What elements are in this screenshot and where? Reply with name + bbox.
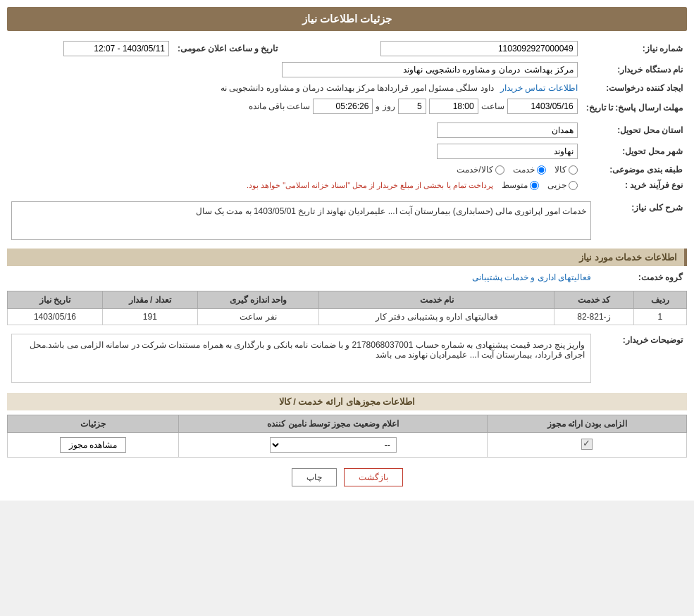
permits-status-cell: -- (179, 433, 488, 458)
back-button[interactable]: بازگشت (344, 468, 403, 486)
col-code: کد خدمت (554, 291, 634, 309)
buyer-org-value (7, 59, 582, 80)
radio-kala-khedmat-input[interactable] (495, 165, 504, 175)
response-deadline-row: ساعت روز و ساعت باقی مانده (7, 96, 582, 120)
row-quantity: 191 (102, 309, 197, 325)
creator-text: داود سلگی مسئول امور قراردادها مرکز بهدا… (221, 83, 494, 93)
row-date: 1403/05/16 (8, 309, 103, 325)
radio-kala-input[interactable] (569, 165, 578, 175)
purchase-type-label: نوع فرآیند خرید : (582, 177, 687, 193)
page-title: جزئیات اطلاعات نیاز (302, 13, 392, 25)
time-label: ساعت (481, 101, 504, 111)
radio-motavasset[interactable]: متوسط (502, 180, 539, 190)
permits-status-select[interactable]: -- (270, 437, 397, 453)
creator-link[interactable]: اطلاعات تماس خریدار (500, 83, 578, 93)
radio-kala-khedmat-label: کالا/خدمت (457, 165, 492, 175)
province-value (7, 120, 582, 141)
col-row: ردیف (633, 291, 686, 309)
purchase-type-note: پرداخت تمام یا بخشی از مبلغ خریدار از مح… (247, 181, 493, 190)
view-permit-button[interactable]: مشاهده مجوز (60, 437, 126, 453)
radio-jozii[interactable]: جزیی (547, 180, 578, 190)
classification-value: کالا خدمت کالا/خدمت (7, 162, 582, 177)
row-number: 1 (633, 309, 686, 325)
service-group-link[interactable]: فعالیتهای اداری و خدمات پشتیبانی (472, 272, 591, 282)
bottom-buttons: بازگشت چاپ (7, 468, 687, 486)
buyer-notes-table: توضیحات خریدار: واریز پنج درصد قیمت پیشن… (7, 331, 687, 386)
response-date-input[interactable] (507, 99, 578, 114)
radio-kala-khedmat[interactable]: کالا/خدمت (457, 165, 504, 175)
response-remaining-input[interactable] (313, 99, 373, 114)
permits-section-title: اطلاعات مجوزهای ارائه خدمت / کالا (7, 393, 687, 410)
radio-motavasset-label: متوسط (502, 180, 528, 190)
buyer-notes-label: توضیحات خریدار: (595, 331, 687, 386)
creator-value: اطلاعات تماس خریدار داود سلگی مسئول امور… (7, 80, 582, 96)
radio-khedmat-label: خدمت (513, 165, 535, 175)
permits-row: -- مشاهده مجوز (8, 433, 687, 458)
col-date: تاریخ نیاز (8, 291, 103, 309)
announce-date-value (7, 38, 173, 59)
service-group-label: گروه خدمت: (595, 270, 687, 285)
permits-col-details: جزئیات (8, 415, 179, 433)
permits-col-required: الزامی بودن ارائه مجوز (488, 415, 687, 433)
need-description-label: شرح کلی نیاز: (595, 199, 687, 243)
radio-khedmat-input[interactable] (537, 165, 546, 175)
remaining-label2: ساعت باقی مانده (249, 101, 311, 111)
table-row: 1 ز-821-82 فعالیتهای اداره و پشتیبانی دف… (8, 309, 687, 325)
announce-date-input[interactable] (63, 41, 169, 56)
buyer-org-input[interactable] (282, 62, 578, 77)
need-number-input[interactable] (380, 41, 578, 56)
required-checkbox (581, 439, 593, 450)
purchase-type-row: جزیی متوسط پرداخت تمام یا بخشی از مبلغ خ… (7, 177, 582, 193)
response-deadline-label: مهلت ارسال پاسخ: تا تاریخ: (582, 96, 687, 120)
services-section-title: اطلاعات خدمات مورد نیاز (7, 249, 687, 266)
permits-col-status: اعلام وضعیت مجوز توسط نامین کننده (179, 415, 488, 433)
radio-kala[interactable]: کالا (554, 165, 578, 175)
main-info-table: شماره نیاز: تاریخ و ساعت اعلان عمومی: نا… (7, 38, 687, 193)
page-wrapper: جزئیات اطلاعات نیاز شماره نیاز: تاریخ و … (0, 0, 694, 501)
radio-kala-label: کالا (554, 165, 566, 175)
city-input[interactable] (437, 144, 578, 159)
need-number-label: شماره نیاز: (582, 38, 687, 59)
days-label: روز و (376, 101, 395, 111)
permits-table: الزامی بودن ارائه مجوز اعلام وضعیت مجوز … (7, 415, 687, 458)
permits-details-cell: مشاهده مجوز (8, 433, 179, 458)
response-time-input[interactable] (429, 99, 478, 114)
province-input[interactable] (437, 122, 578, 138)
row-unit: نفر ساعت (197, 309, 319, 325)
page-header: جزئیات اطلاعات نیاز (7, 7, 687, 31)
radio-motavasset-input[interactable] (530, 181, 539, 190)
radio-jozii-label: جزیی (547, 180, 566, 190)
city-value (7, 141, 582, 162)
print-button[interactable]: چاپ (292, 468, 337, 486)
col-unit: واحد اندازه گیری (197, 291, 319, 309)
buyer-org-label: نام دستگاه خریدار: (582, 59, 687, 80)
buyer-notes-box: واریز پنج درصد قیمت پیشنهادی به شماره حس… (11, 334, 591, 383)
need-number-value (282, 38, 581, 59)
row-service-name: فعالیتهای اداره و پشتیبانی دفتر کار (319, 309, 554, 325)
permits-required-cell (488, 433, 687, 458)
need-description-cell: خدمات امور اپراتوری مالی (حسابداری) بیما… (7, 199, 595, 243)
service-group-value: فعالیتهای اداری و خدمات پشتیبانی (7, 270, 595, 285)
col-qty: تعداد / مقدار (102, 291, 197, 309)
province-label: استان محل تحویل: (582, 120, 687, 141)
announce-date-label: تاریخ و ساعت اعلان عمومی: (173, 38, 282, 59)
city-label: شهر محل تحویل: (582, 141, 687, 162)
description-table: شرح کلی نیاز: خدمات امور اپراتوری مالی (… (7, 199, 687, 243)
col-name: نام خدمت (319, 291, 554, 309)
row-code: ز-821-82 (554, 309, 634, 325)
buyer-notes-cell: واریز پنج درصد قیمت پیشنهادی به شماره حس… (7, 331, 595, 386)
classification-label: طبقه بندی موضوعی: (582, 162, 687, 177)
need-description-box: خدمات امور اپراتوری مالی (حسابداری) بیما… (11, 201, 591, 240)
response-days-input[interactable] (398, 99, 426, 114)
radio-jozii-input[interactable] (569, 181, 578, 190)
services-table: ردیف کد خدمت نام خدمت واحد اندازه گیری ت… (7, 291, 687, 325)
service-group-table: گروه خدمت: فعالیتهای اداری و خدمات پشتیب… (7, 270, 687, 285)
creator-label: ایجاد کننده درخواست: (582, 80, 687, 96)
radio-khedmat[interactable]: خدمت (513, 165, 546, 175)
